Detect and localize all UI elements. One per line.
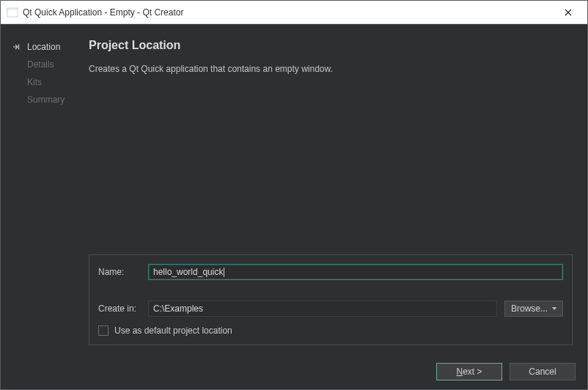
page-description: Creates a Qt Quick application that cont…	[89, 64, 573, 74]
name-input-value: hello_world_quick	[153, 267, 223, 277]
wizard-steps: Location Details Kits Summary	[12, 39, 83, 354]
svg-rect-1	[7, 8, 18, 10]
app-icon	[7, 7, 18, 18]
step-label: Kits	[27, 77, 42, 87]
step-label: Location	[27, 42, 60, 52]
default-location-label: Use as default project location	[114, 325, 232, 336]
form-group: Name: hello_world_quick Create in: Brows…	[89, 254, 573, 345]
name-input[interactable]: hello_world_quick	[148, 264, 563, 280]
window-title: Qt Quick Application - Empty - Qt Creato…	[23, 7, 552, 18]
dialog-body: Location Details Kits Summary Project Lo…	[1, 24, 587, 354]
create-in-input[interactable]	[148, 301, 497, 317]
dialog-window: Qt Quick Application - Empty - Qt Creato…	[0, 0, 588, 390]
next-button[interactable]: Next >	[436, 363, 502, 380]
spacer	[89, 86, 573, 254]
cancel-label: Cancel	[529, 367, 556, 377]
next-mnemonic: N	[456, 367, 463, 377]
browse-button[interactable]: Browse...	[504, 301, 563, 317]
step-label: Summary	[27, 95, 65, 105]
step-summary: Summary	[12, 93, 83, 111]
step-location: Location	[12, 40, 83, 58]
create-in-label: Create in:	[98, 303, 141, 314]
row-name: Name: hello_world_quick	[98, 264, 563, 280]
row-default-location: Use as default project location	[98, 325, 563, 336]
titlebar: Qt Quick Application - Empty - Qt Creato…	[1, 1, 587, 24]
page-title: Project Location	[89, 39, 573, 52]
step-details: Details	[12, 58, 83, 76]
svg-rect-2	[18, 45, 19, 50]
step-kits: Kits	[12, 76, 83, 93]
chevron-down-icon	[552, 307, 556, 310]
close-icon	[565, 9, 572, 16]
wizard-page: Project Location Creates a Qt Quick appl…	[89, 39, 576, 354]
default-location-checkbox[interactable]	[98, 325, 109, 336]
text-caret	[224, 268, 224, 277]
name-label: Name:	[98, 267, 141, 277]
browse-label: Browse...	[511, 303, 548, 314]
dialog-footer: Next > Cancel	[1, 354, 587, 389]
next-rest: ext >	[463, 367, 482, 377]
cancel-button[interactable]: Cancel	[510, 363, 576, 380]
row-create-in: Create in: Browse...	[98, 301, 563, 317]
step-arrow-icon	[12, 43, 23, 51]
dialog-content: Location Details Kits Summary Project Lo…	[1, 24, 587, 389]
close-button[interactable]	[552, 1, 584, 23]
step-label: Details	[27, 59, 54, 70]
